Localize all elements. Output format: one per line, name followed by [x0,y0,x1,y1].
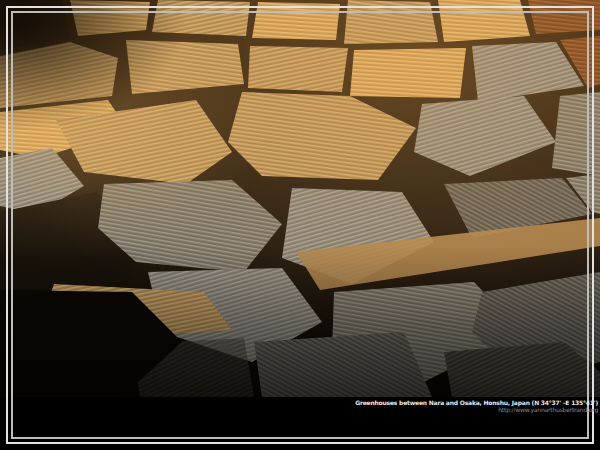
aerial-photo [0,0,600,397]
caption-url-link[interactable]: http://www.yannarthusbertrand.org [355,406,598,413]
caption-location-text: Greenhouses between Nara and Osaka, Hons… [355,399,598,406]
caption: Greenhouses between Nara and Osaka, Hons… [355,399,598,413]
wallpaper-canvas: Greenhouses between Nara and Osaka, Hons… [0,0,600,450]
bottom-shadow [0,0,600,397]
aerial-photo-svg [0,0,600,397]
